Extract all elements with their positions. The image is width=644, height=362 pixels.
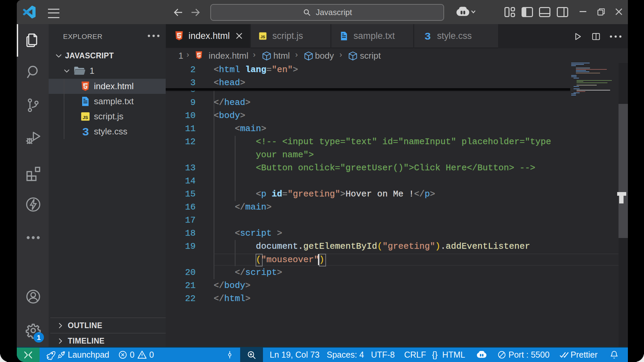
svg-text:JS: JS — [83, 115, 88, 120]
svg-text:3: 3 — [82, 126, 89, 137]
